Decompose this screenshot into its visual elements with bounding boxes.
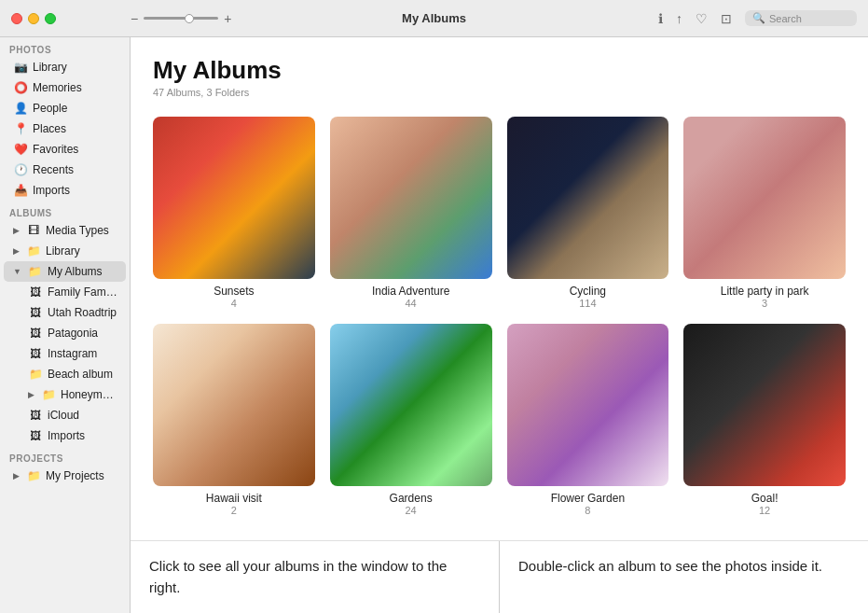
sidebar-item-label: Library — [33, 61, 67, 74]
sidebar-item-label: Recents — [33, 163, 74, 176]
album-count: 114 — [507, 298, 669, 309]
album-thumb-icon: 🖼 — [28, 428, 43, 443]
projects-icon: 📁 — [26, 468, 41, 483]
expand-arrow-icon: ▶ — [13, 226, 20, 235]
album-thumbnail — [153, 324, 315, 486]
expand-arrow-icon: ▶ — [28, 390, 34, 399]
zoom-thumb[interactable] — [185, 14, 194, 23]
sidebar-item-family[interactable]: 🖼 Family Family… — [4, 282, 126, 302]
album-thumb-icon: 🖼 — [28, 305, 43, 320]
album-thumbnail — [683, 117, 846, 279]
album-thumb-icon: 📁 — [41, 387, 56, 402]
imports-icon: 📥 — [13, 183, 28, 198]
album-thumbnail — [507, 117, 669, 279]
projects-section-label: Projects — [0, 446, 130, 466]
album-thumbnail — [330, 324, 492, 486]
page-subtitle: 47 Albums, 3 Folders — [153, 87, 846, 98]
album-item-flower-garden[interactable]: Flower Garden 8 — [507, 324, 669, 516]
sidebar-item-label: Beach album — [48, 368, 113, 381]
zoom-track[interactable] — [144, 17, 218, 20]
heart-icon[interactable]: ♡ — [696, 11, 708, 26]
search-placeholder: Search — [769, 13, 802, 24]
albums-grid: Sunsets 4 India Adventure 44 Cycling 114… — [153, 117, 846, 516]
sidebar-item-label: Media Types — [46, 224, 109, 237]
album-count: 12 — [683, 505, 846, 516]
add-to-album-icon[interactable]: ⊡ — [721, 11, 732, 26]
sidebar-item-label: Imports — [48, 429, 85, 442]
album-name: Hawaii visit — [153, 492, 315, 505]
album-thumb-icon: 🖼 — [28, 408, 43, 423]
sidebar-item-imports[interactable]: 📥 Imports — [4, 180, 126, 201]
minimize-button[interactable] — [28, 13, 39, 24]
zoom-slider-area: − + — [131, 11, 231, 26]
zoom-out-icon[interactable]: − — [131, 11, 138, 26]
album-item-gardens[interactable]: Gardens 24 — [330, 324, 492, 516]
sidebar-item-label: People — [33, 102, 67, 115]
sidebar-item-patagonia[interactable]: 🖼 Patagonia — [4, 323, 126, 343]
album-thumbnail — [683, 324, 846, 486]
sidebar-item-label: Places — [33, 122, 66, 135]
sidebar-item-utah[interactable]: 🖼 Utah Roadtrip — [4, 302, 126, 323]
media-types-icon: 🎞 — [26, 223, 41, 238]
sidebar-item-shared-albums[interactable]: ▶ 📁 Library — [4, 241, 126, 261]
album-thumb-icon: 📁 — [28, 367, 43, 382]
album-name: Goal! — [683, 492, 846, 505]
share-icon[interactable]: ↑ — [676, 11, 682, 26]
album-item-hawaii[interactable]: Hawaii visit 2 — [153, 324, 315, 516]
expand-arrow-icon: ▶ — [13, 471, 20, 481]
sidebar-item-label: Imports — [33, 184, 70, 197]
sidebar-item-media-types[interactable]: ▶ 🎞 Media Types — [4, 220, 126, 241]
sidebar-item-memories[interactable]: ⭕ Memories — [4, 77, 126, 98]
album-name: Sunsets — [153, 285, 315, 298]
sidebar-item-label: iCloud — [48, 409, 79, 422]
memories-icon: ⭕ — [13, 80, 28, 95]
sidebar-item-label: Utah Roadtrip — [48, 306, 117, 319]
info-icon[interactable]: ℹ — [658, 11, 663, 26]
zoom-in-icon[interactable]: + — [224, 11, 231, 26]
sidebar-item-places[interactable]: 📍 Places — [4, 118, 126, 139]
sidebar-item-label: My Projects — [46, 469, 104, 482]
app-body: Photos 📷 Library ⭕ Memories 👤 People 📍 P… — [0, 37, 868, 613]
album-item-sunsets[interactable]: Sunsets 4 — [153, 117, 315, 309]
album-name: India Adventure — [330, 285, 492, 298]
traffic-lights — [11, 13, 56, 24]
sidebar-item-label: Honeymoon — [61, 388, 118, 401]
album-item-cycling[interactable]: Cycling 114 — [507, 117, 669, 309]
sidebar-item-instagram[interactable]: 🖼 Instagram — [4, 343, 126, 364]
sidebar-item-my-projects[interactable]: ▶ 📁 My Projects — [4, 466, 126, 486]
sidebar-item-imports2[interactable]: 🖼 Imports — [4, 425, 126, 446]
people-icon: 👤 — [13, 101, 28, 116]
album-thumb-icon: 🖼 — [28, 346, 43, 361]
sidebar-item-label: Favorites — [33, 143, 78, 156]
search-box[interactable]: 🔍 Search — [745, 10, 857, 26]
sidebar-item-recents[interactable]: 🕐 Recents — [4, 160, 126, 180]
tooltip-area: Click to see all your albums in the wind… — [131, 540, 868, 613]
sidebar-item-favorites[interactable]: ❤️ Favorites — [4, 139, 126, 160]
tooltip-right: Double-click an album to see the photos … — [500, 541, 868, 613]
album-name: Little party in park — [683, 285, 846, 298]
close-button[interactable] — [11, 13, 22, 24]
library-icon: 📷 — [13, 60, 28, 75]
sidebar-item-my-albums[interactable]: ▼ 📁 My Albums — [4, 261, 126, 282]
album-item-goal[interactable]: Goal! 12 — [683, 324, 846, 516]
sidebar-item-library[interactable]: 📷 Library — [4, 57, 126, 77]
tooltip-left: Click to see all your albums in the wind… — [131, 541, 500, 613]
favorites-icon: ❤️ — [13, 142, 28, 157]
sidebar-item-label: Instagram — [48, 347, 97, 360]
sidebar-item-people[interactable]: 👤 People — [4, 98, 126, 118]
album-item-india-adventure[interactable]: India Adventure 44 — [330, 117, 492, 309]
sidebar-item-beach[interactable]: 📁 Beach album — [4, 364, 126, 384]
maximize-button[interactable] — [45, 13, 56, 24]
albums-section-label: Albums — [0, 201, 130, 220]
sidebar-item-label: Library — [46, 244, 80, 258]
sidebar-item-label: Family Family… — [48, 286, 118, 299]
sidebar-item-icloud[interactable]: 🖼 iCloud — [4, 405, 126, 425]
album-name: Flower Garden — [507, 492, 669, 505]
sidebar: Photos 📷 Library ⭕ Memories 👤 People 📍 P… — [0, 37, 131, 613]
page-title: My Albums — [153, 56, 846, 85]
search-icon: 🔍 — [752, 12, 765, 24]
sidebar-item-honeymoon[interactable]: ▶ 📁 Honeymoon — [4, 384, 126, 405]
album-count: 24 — [330, 505, 492, 516]
album-count: 2 — [153, 505, 315, 516]
album-item-little-party[interactable]: Little party in park 3 — [683, 117, 846, 309]
